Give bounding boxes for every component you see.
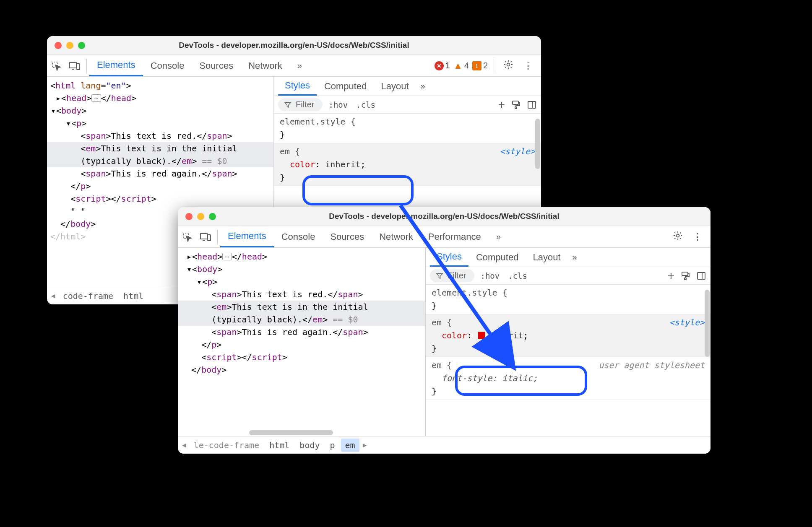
rule-selector: element.style { <box>432 286 705 299</box>
tab-elements[interactable]: Elements <box>220 226 274 247</box>
ellipsis-icon[interactable]: ⋯ <box>222 253 232 260</box>
gear-icon[interactable] <box>669 231 686 243</box>
sidebar-toggle-icon[interactable] <box>696 271 706 281</box>
rule-em[interactable]: <style> em { color: inherit; } <box>274 143 541 186</box>
tab-computed[interactable]: Computed <box>469 248 526 267</box>
tab-network[interactable]: Network <box>372 226 421 247</box>
rule-element-style[interactable]: element.style { } <box>426 285 710 314</box>
property-value[interactable]: inherit <box>488 330 523 340</box>
cls-toggle[interactable]: .cls <box>354 100 378 109</box>
kebab-icon[interactable]: ⋮ <box>520 60 536 71</box>
zoom-icon[interactable] <box>209 213 216 220</box>
toolbar-right: ⋮ <box>669 231 710 243</box>
color-swatch-icon[interactable] <box>478 332 485 339</box>
kebab-icon[interactable]: ⋮ <box>690 231 705 242</box>
tab-console[interactable]: Console <box>143 55 192 76</box>
tab-network[interactable]: Network <box>241 55 290 76</box>
tag-em-open: em <box>86 143 96 153</box>
tag-p-open: p <box>207 277 212 287</box>
tag-html: html <box>55 80 75 91</box>
tag-body-open: body <box>197 264 217 274</box>
styles-tabs-overflow[interactable]: » <box>416 81 425 91</box>
bc-next-icon[interactable]: ▶ <box>361 441 369 449</box>
bc-item[interactable]: le-code-frame <box>190 439 264 452</box>
styles-tabs-overflow[interactable]: » <box>568 252 577 262</box>
breadcrumb[interactable]: ◀ le-code-frame html body p em ▶ <box>178 436 710 454</box>
rule-element-style[interactable]: element.style { } <box>274 114 541 143</box>
property-name[interactable]: color <box>290 159 315 169</box>
paint-icon[interactable] <box>511 100 521 110</box>
hov-toggle[interactable]: :hov <box>326 100 350 109</box>
svg-rect-12 <box>682 272 688 275</box>
ellipsis-icon[interactable]: ⋯ <box>91 94 101 102</box>
bc-item[interactable]: html <box>119 289 148 303</box>
tab-sources[interactable]: Sources <box>192 55 241 76</box>
tab-console[interactable]: Console <box>274 226 323 247</box>
property-value: italic <box>502 373 533 383</box>
warning-badge[interactable]: ▲4 <box>453 60 469 71</box>
error-badge[interactable]: ✕1 <box>435 61 450 70</box>
tab-elements[interactable]: Elements <box>89 55 143 76</box>
gear-icon[interactable] <box>500 60 517 72</box>
tab-styles[interactable]: Styles <box>430 248 468 267</box>
rule-close: } <box>280 128 535 141</box>
close-icon[interactable] <box>55 42 62 49</box>
scrollbar-horizontal[interactable] <box>249 430 333 435</box>
text-node: This text is in the initial <box>232 302 368 312</box>
bc-item-active[interactable]: em <box>341 439 359 452</box>
separator <box>494 59 494 73</box>
selected-marker: == $0 <box>328 314 358 325</box>
device-toggle-icon[interactable] <box>65 61 84 70</box>
bc-item[interactable]: p <box>326 439 339 452</box>
inspect-icon[interactable] <box>47 61 65 71</box>
bc-item[interactable]: html <box>265 439 294 452</box>
hov-toggle[interactable]: :hov <box>478 271 502 280</box>
filter-input[interactable]: Filter <box>278 98 323 111</box>
issues-badge[interactable]: !2 <box>472 61 488 70</box>
text-node: This is red again. <box>111 169 202 179</box>
bc-item[interactable]: body <box>295 439 324 452</box>
tabs-overflow[interactable]: » <box>489 226 508 247</box>
dom-tree[interactable]: ▸<head>⋯</head> ▾<body> ▾<p> <span>This … <box>178 248 425 436</box>
zoom-icon[interactable] <box>78 42 85 49</box>
minimize-icon[interactable] <box>66 42 73 49</box>
tag-span-open: span <box>86 131 106 141</box>
rule-close: } <box>432 299 705 312</box>
tab-row: Elements Console Sources Network » <box>89 55 310 76</box>
cls-toggle[interactable]: .cls <box>505 271 530 280</box>
property-name[interactable]: color <box>442 330 467 340</box>
rule-origin: user agent stylesheet <box>599 359 705 372</box>
inspect-icon[interactable] <box>178 232 196 242</box>
property-value[interactable]: inherit <box>325 159 360 169</box>
paint-icon[interactable] <box>680 271 690 281</box>
bc-prev-icon[interactable]: ◀ <box>49 292 57 300</box>
styles-rules[interactable]: element.style { } <style> em { color: in… <box>426 285 710 436</box>
rule-origin[interactable]: <style> <box>500 145 535 158</box>
rule-ua-em[interactable]: user agent stylesheet em { font-style: i… <box>426 357 710 400</box>
titlebar: DevTools - developer.mozilla.org/en-US/d… <box>47 36 541 55</box>
scrollbar[interactable] <box>705 290 710 357</box>
bc-item[interactable]: code-frame <box>59 289 117 303</box>
sidebar-toggle-icon[interactable] <box>527 100 537 110</box>
scrollbar[interactable] <box>535 119 540 169</box>
tab-computed[interactable]: Computed <box>318 77 374 96</box>
tab-layout[interactable]: Layout <box>526 248 567 267</box>
minimize-icon[interactable] <box>197 213 204 220</box>
tab-layout[interactable]: Layout <box>374 77 415 96</box>
filter-input[interactable]: Filter <box>430 269 474 282</box>
device-toggle-icon[interactable] <box>196 232 215 241</box>
new-rule-icon[interactable]: + <box>498 99 505 111</box>
tab-performance[interactable]: Performance <box>421 226 489 247</box>
new-rule-icon[interactable]: + <box>668 270 674 282</box>
tag-head-open: head <box>197 252 217 262</box>
styles-actions: + <box>668 270 706 282</box>
close-icon[interactable] <box>185 213 193 220</box>
tab-sources[interactable]: Sources <box>323 226 372 247</box>
tab-styles[interactable]: Styles <box>278 77 317 96</box>
rule-origin[interactable]: <style> <box>669 316 705 329</box>
text-node: (typically black). <box>81 156 172 166</box>
text-node: This is red again. <box>242 327 333 337</box>
rule-em[interactable]: <style> em { color: inherit; } <box>426 314 710 357</box>
bc-prev-icon[interactable]: ◀ <box>180 441 188 449</box>
tabs-overflow[interactable]: » <box>290 55 310 76</box>
